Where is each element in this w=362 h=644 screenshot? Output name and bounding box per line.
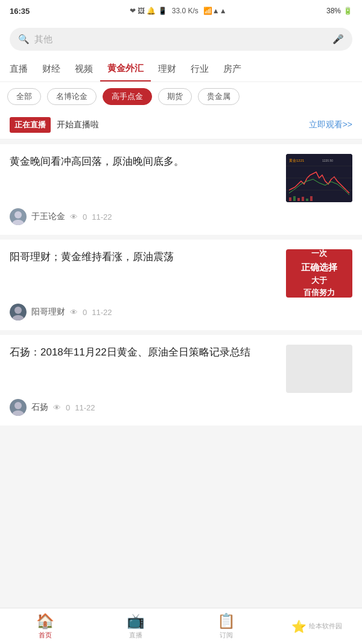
view-icon-1: 👁 <box>70 212 78 222</box>
svg-text:1220.50: 1220.50 <box>322 159 333 162</box>
svg-rect-6 <box>297 198 300 201</box>
category-nav: 直播 财经 视频 黄金外汇 理财 行业 房产 <box>0 57 362 82</box>
search-icon: 🔍 <box>18 34 30 45</box>
view-count-1: 0 <box>83 212 87 222</box>
article-main-2: 阳哥理财；黄金维持看涨，原油震荡 一次 正确选择 大于 百倍努力 <box>10 249 352 298</box>
author-avatar-1 <box>10 208 27 225</box>
status-bar: 16:35 ❤ 🖼 🔔 📱 33.0 K/s 📶▲▲ 38% 🔋 <box>0 0 362 22</box>
tab-live[interactable]: 直播 <box>2 57 35 81</box>
promo-line-1: 一次 <box>311 247 327 260</box>
svg-rect-9 <box>310 196 313 201</box>
article-title-3: 石扬：2018年11月22日黄金、原油全日策略记录总结 <box>10 345 279 360</box>
view-count-3: 0 <box>66 403 70 412</box>
svg-rect-4 <box>289 197 291 201</box>
article-title-1: 黄金晚间看冲高回落，原油晚间底多。 <box>10 154 279 170</box>
filter-famous[interactable]: 名博论金 <box>47 88 97 105</box>
svg-rect-8 <box>306 199 308 201</box>
nav-app[interactable]: ⭐ 绘本软件园 <box>272 619 362 634</box>
search-bar[interactable]: 🔍 其他 🎤 <box>10 28 352 51</box>
filter-expert[interactable]: 高手点金 <box>103 88 152 105</box>
article-card-1[interactable]: 黄金晚间看冲高回落，原油晚间底多。 <box>0 144 362 235</box>
article-main-3: 石扬：2018年11月22日黄金、原油全日策略记录总结 <box>10 345 352 393</box>
tab-gold-forex[interactable]: 黄金外汇 <box>100 57 151 81</box>
status-right: 38% 🔋 <box>326 7 352 15</box>
svg-text:黄金1221: 黄金1221 <box>289 159 305 162</box>
filter-row: 全部 名博论金 高手点金 期货 贵金属 <box>0 82 362 111</box>
search-placeholder-text: 其他 <box>34 34 328 45</box>
article-date-2: 11-22 <box>92 308 112 317</box>
avatar-svg-3 <box>10 399 27 416</box>
filter-futures[interactable]: 期货 <box>158 88 192 105</box>
nav-subscribe-label: 订阅 <box>220 631 233 640</box>
article-meta-3: 石扬 👁 0 11-22 <box>10 399 352 416</box>
status-speed: 33.0 K/s <box>172 7 198 15</box>
article-content-3: 石扬：2018年11月22日黄金、原油全日策略记录总结 <box>10 345 279 360</box>
promo-line-3: 大于 <box>311 275 327 287</box>
app-logo-icon: ⭐ <box>291 619 306 634</box>
article-card-3[interactable]: 石扬：2018年11月22日黄金、原油全日策略记录总结 石扬 👁 0 11-22 <box>0 335 362 426</box>
article-thumbnail-2: 一次 正确选择 大于 百倍努力 <box>286 249 352 298</box>
article-content-2: 阳哥理财；黄金维持看涨，原油震荡 <box>10 249 279 265</box>
bottom-nav: 🏠 首页 📺 直播 📋 订阅 ⭐ 绘本软件园 <box>0 608 362 644</box>
status-icons: ❤ 🖼 🔔 📱 <box>130 7 167 15</box>
nav-subscribe[interactable]: 📋 订阅 <box>181 613 272 640</box>
live-badge: 正在直播 <box>10 117 51 133</box>
svg-point-19 <box>14 402 22 409</box>
status-signal: 📶▲▲ <box>203 7 227 15</box>
view-count-2: 0 <box>83 308 87 317</box>
author-name-1: 于王论金 <box>31 211 65 222</box>
watch-now-button[interactable]: 立即观看>> <box>309 120 352 130</box>
article-date-3: 11-22 <box>75 403 95 412</box>
search-bar-container: 🔍 其他 🎤 <box>0 22 362 57</box>
promo-line-4: 百倍努力 <box>303 287 335 299</box>
article-card-2[interactable]: 阳哥理财；黄金维持看涨，原油震荡 一次 正确选择 大于 百倍努力 阳哥理财 👁 … <box>0 240 362 330</box>
live-text: 开始直播啦 <box>57 120 309 130</box>
page-body: 正在直播 开始直播啦 立即观看>> 黄金晚间看冲高回落，原油晚间底多。 <box>0 111 362 471</box>
nav-app-label: 绘本软件园 <box>309 622 342 631</box>
promo-line-2: 正确选择 <box>301 260 337 275</box>
chart-svg-1: 黄金1221 1220.50 <box>286 154 352 202</box>
tab-realestate[interactable]: 房产 <box>216 57 249 81</box>
author-avatar-2 <box>10 304 27 320</box>
subscribe-icon: 📋 <box>217 613 235 630</box>
nav-home-label: 首页 <box>39 631 52 640</box>
avatar-svg-2 <box>10 304 27 320</box>
view-icon-2: 👁 <box>70 308 78 317</box>
article-content-1: 黄金晚间看冲高回落，原油晚间底多。 <box>10 154 279 170</box>
article-date-1: 11-22 <box>92 212 112 222</box>
tab-video[interactable]: 视频 <box>68 57 100 81</box>
battery-level: 38% <box>326 7 341 15</box>
article-thumbnail-3 <box>286 345 352 393</box>
article-title-2: 阳哥理财；黄金维持看涨，原油震荡 <box>10 249 279 265</box>
nav-live-label: 直播 <box>129 631 142 640</box>
nav-live[interactable]: 📺 直播 <box>91 613 181 640</box>
tab-finance[interactable]: 财经 <box>35 57 68 81</box>
svg-rect-5 <box>293 196 296 201</box>
status-time: 16:35 <box>10 7 30 16</box>
status-center: ❤ 🖼 🔔 📱 33.0 K/s 📶▲▲ <box>130 7 227 15</box>
filter-all[interactable]: 全部 <box>7 88 41 105</box>
article-thumbnail-1: 黄金1221 1220.50 <box>286 154 352 202</box>
article-meta-1: 于王论金 👁 0 11-22 <box>10 208 352 225</box>
author-avatar-3 <box>10 399 27 416</box>
view-icon-3: 👁 <box>53 403 61 412</box>
author-name-3: 石扬 <box>31 402 48 413</box>
article-meta-2: 阳哥理财 👁 0 11-22 <box>10 304 352 320</box>
tab-wealth[interactable]: 理财 <box>151 57 183 81</box>
microphone-icon[interactable]: 🎤 <box>332 34 344 45</box>
author-name-2: 阳哥理财 <box>31 307 65 317</box>
home-icon: 🏠 <box>36 613 54 630</box>
tab-industry[interactable]: 行业 <box>183 57 216 81</box>
avatar-svg-1 <box>10 208 27 225</box>
svg-point-16 <box>14 307 22 314</box>
live-banner[interactable]: 正在直播 开始直播啦 立即观看>> <box>0 111 362 139</box>
battery-icon: 🔋 <box>343 7 352 15</box>
svg-rect-7 <box>302 197 304 201</box>
article-main-1: 黄金晚间看冲高回落，原油晚间底多。 <box>10 154 352 202</box>
filter-precious-metals[interactable]: 贵金属 <box>198 88 240 105</box>
nav-home[interactable]: 🏠 首页 <box>0 613 91 640</box>
svg-point-13 <box>14 211 22 218</box>
live-icon: 📺 <box>127 613 145 630</box>
